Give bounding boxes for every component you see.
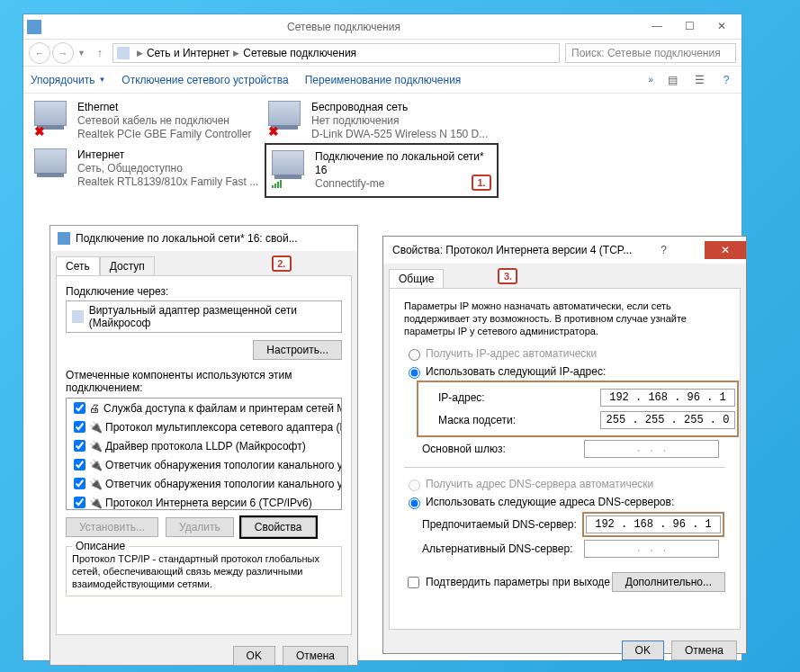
connection-internet[interactable]: Интернет Сеть, Общедоступно Realtek RTL8… (32, 145, 266, 196)
component-item[interactable]: 🔌Протокол мультиплексора сетевого адапте… (67, 417, 341, 436)
connection-wireless[interactable]: ✖ Беспроводная сеть Нет подключения D-Li… (266, 97, 500, 145)
components-list[interactable]: 🖨Служба доступа к файлам и принтерам сет… (66, 398, 342, 510)
use-ip-radio[interactable]: Использовать следующий IP-адрес: (404, 364, 725, 379)
gateway-input[interactable]: . . . (584, 440, 719, 458)
tab-network[interactable]: Сеть (56, 256, 100, 275)
confirm-on-exit-checkbox[interactable] (408, 577, 419, 588)
maximize-button[interactable]: ☐ (673, 18, 706, 36)
forward-button[interactable]: → (52, 42, 74, 64)
tab-body: Подключение через: Виртуальный адаптер р… (56, 275, 352, 635)
properties-button[interactable]: Свойства (241, 517, 316, 537)
more-chevron-icon[interactable]: » (648, 75, 653, 85)
info-text: Параметры IP можно назначать автоматичес… (404, 300, 725, 337)
minimize-button[interactable]: — (641, 18, 673, 36)
window-title: Сетевые подключения (47, 21, 641, 33)
advanced-button[interactable]: Дополнительно... (612, 572, 725, 592)
history-dropdown[interactable]: ▼ (77, 49, 85, 58)
cancel-button[interactable]: Отмена (671, 641, 737, 660)
help-icon[interactable]: ? (718, 72, 734, 88)
ip-label: IP-адрес: (438, 391, 600, 404)
connections-content: ✖ Ethernet Сетевой кабель не подключен R… (23, 94, 742, 200)
configure-button[interactable]: Настроить... (253, 340, 342, 360)
chevron-right-icon: ▶ (233, 49, 239, 58)
disable-device-button[interactable]: Отключение сетевого устройства (121, 74, 288, 86)
ip-address-input[interactable]: 192 . 168 . 96 . 1 (600, 389, 735, 407)
component-item[interactable]: 🔌Протокол Интернета версии 6 (TCP/IPv6) (67, 493, 341, 510)
help-icon[interactable]: ? (661, 244, 667, 256)
connection-properties-dialog: Подключение по локальной сети* 16: свой.… (49, 225, 358, 666)
dialog-icon (58, 232, 70, 245)
error-x-icon: ✖ (34, 124, 45, 139)
connection-ethernet[interactable]: ✖ Ethernet Сетевой кабель не подключен R… (32, 97, 266, 145)
ok-button[interactable]: OK (622, 641, 664, 660)
close-button[interactable]: ✕ (706, 18, 738, 36)
connection-local-16[interactable]: Подключение по локальной сети* 16 Connec… (266, 145, 497, 196)
adapter-icon (34, 101, 67, 126)
ipv4-properties-dialog: Свойства: Протокол Интернета версии 4 (T… (382, 236, 747, 654)
rename-connection-button[interactable]: Переименование подключения (305, 74, 462, 86)
component-item[interactable]: 🔌Драйвер протокола LLDP (Майкрософт) (67, 436, 341, 455)
gateway-label: Основной шлюз: (422, 443, 584, 455)
adapter-icon (34, 148, 67, 174)
via-label: Подключение через: (66, 285, 342, 298)
adapter-icon (268, 101, 301, 126)
use-dns-radio[interactable]: Использовать следующие адреса DNS-сервер… (404, 495, 725, 509)
breadcrumb-part[interactable]: Сеть и Интернет (147, 47, 229, 59)
ok-button[interactable]: OK (233, 646, 275, 666)
alternate-dns-input[interactable]: . . . (584, 540, 719, 558)
chevron-right-icon: ▶ (137, 49, 143, 58)
remove-button[interactable]: Удалить (166, 517, 234, 537)
dns2-label: Альтернативный DNS-сервер: (422, 542, 584, 555)
annotation-marker-1: 1. (472, 175, 491, 191)
breadcrumb-part[interactable]: Сетевые подключения (243, 47, 356, 59)
dns1-label: Предпочитаемый DNS-сервер: (422, 518, 584, 531)
command-bar: Упорядочить▼ Отключение сетевого устройс… (23, 67, 742, 94)
component-item[interactable]: 🔌Ответчик обнаружения топологии канально… (67, 455, 341, 474)
view-small-icon[interactable]: ▤ (664, 72, 680, 88)
install-button[interactable]: Установить... (66, 517, 158, 537)
view-list-icon[interactable]: ☰ (691, 72, 707, 88)
titlebar: Сетевые подключения — ☐ ✕ (23, 14, 742, 40)
components-label: Отмеченные компоненты используются этим … (66, 369, 342, 394)
window-icon (27, 20, 41, 34)
tab-access[interactable]: Доступ (100, 256, 155, 275)
nav-toolbar: ← → ▼ ↑ ▶ Сеть и Интернет ▶ Сетевые подк… (23, 40, 742, 67)
adapter-field: Виртуальный адаптер размещенной сети (Ма… (66, 300, 342, 333)
error-x-icon: ✖ (268, 124, 279, 139)
component-item[interactable]: 🖨Служба доступа к файлам и принтерам сет… (67, 399, 341, 417)
dialog-titlebar: Свойства: Протокол Интернета версии 4 (T… (383, 237, 746, 264)
dialog-titlebar: Подключение по локальной сети* 16: свой.… (50, 226, 357, 251)
mask-label: Маска подсети: (438, 414, 600, 426)
location-icon (117, 47, 130, 59)
adapter-icon (72, 310, 84, 323)
address-bar[interactable]: ▶ Сеть и Интернет ▶ Сетевые подключения (112, 43, 560, 63)
tabs: Сеть Доступ 2. (56, 256, 352, 275)
signal-bars-icon (272, 179, 284, 188)
annotation-marker-3: 3. (498, 268, 517, 284)
auto-dns-radio[interactable]: Получить адрес DNS-сервера автоматически (404, 477, 725, 491)
tab-general[interactable]: Общие (389, 269, 444, 288)
organize-menu[interactable]: Упорядочить▼ (31, 74, 105, 86)
auto-ip-radio[interactable]: Получить IP-адрес автоматически (404, 346, 725, 361)
subnet-mask-input[interactable]: 255 . 255 . 255 . 0 (600, 411, 735, 429)
up-button[interactable]: ↑ (91, 44, 109, 62)
preferred-dns-input[interactable]: 192 . 168 . 96 . 1 (586, 515, 721, 533)
back-button[interactable]: ← (29, 42, 50, 64)
tab-body: Параметры IP можно назначать автоматичес… (389, 288, 741, 630)
description-group: Описание Протокол TCP/IP - стандартный п… (66, 546, 342, 596)
annotation-marker-2: 2. (272, 255, 292, 272)
adapter-icon (272, 150, 304, 175)
close-button[interactable]: ✕ (705, 241, 746, 259)
component-item[interactable]: 🔌Ответчик обнаружения топологии канально… (67, 474, 341, 493)
cancel-button[interactable]: Отмена (283, 646, 348, 666)
search-input[interactable]: Поиск: Сетевые подключения (565, 43, 736, 63)
description-text: Протокол TCP/IP - стандартный протокол г… (72, 552, 336, 590)
